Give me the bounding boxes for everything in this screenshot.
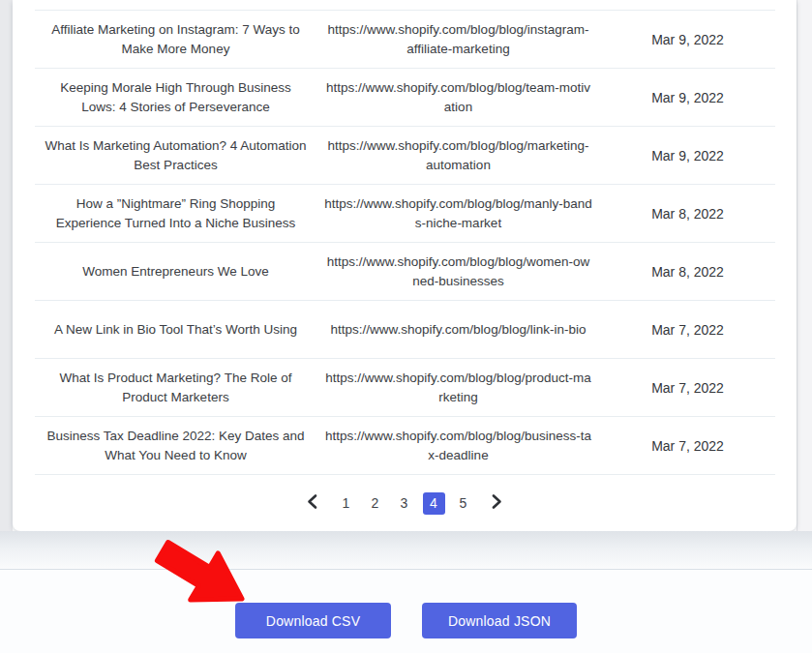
cell-date: Mar 7, 2022: [600, 320, 775, 340]
cell-url: https://www.shopify.com/blog/blog/link-i…: [316, 320, 600, 340]
download-csv-button[interactable]: Download CSV: [235, 603, 391, 638]
cell-url: https://www.shopify.com/blog/blog/market…: [316, 136, 600, 175]
cell-date: Mar 7, 2022: [600, 378, 775, 398]
cell-url: https://www.shopify.com/blog/blog/produc…: [316, 369, 600, 407]
card-shadow-fade: [0, 531, 812, 569]
cell-date: Mar 9, 2022: [600, 146, 775, 165]
cell-url: https://www.shopify.com/blog/blog/women-…: [316, 252, 600, 291]
cell-date: Mar 9, 2022: [600, 30, 775, 49]
pagination-prev-button[interactable]: [300, 490, 325, 516]
cell-url: https://www.shopify.com/blog/blog/team-m…: [316, 78, 600, 117]
cell-title: Affiliate Marketing on Instagram: 7 Ways…: [35, 20, 316, 59]
table-row: What Is Product Marketing? The Role of P…: [35, 358, 775, 416]
table-row: Keeping Morale High Through Business Low…: [35, 68, 775, 126]
table-row: A New Link in Bio Tool That’s Worth Usin…: [35, 300, 775, 358]
table-row: How a ”Nightmare” Ring Shopping Experien…: [35, 184, 775, 242]
scrollbar-track[interactable]: [797, 0, 812, 534]
table-row: Women Entrepreneurs We Love https://www.…: [35, 242, 775, 300]
pagination-page-5[interactable]: 5: [453, 492, 474, 515]
cell-url: https://www.shopify.com/blog/blog/busine…: [316, 427, 600, 465]
scraped-links-table: Affiliate Marketing on Instagram: 7 Ways…: [35, 10, 775, 475]
table-row: What Is Marketing Automation? 4 Automati…: [35, 126, 775, 184]
pagination-next-button[interactable]: [485, 490, 510, 516]
cell-title: Women Entrepreneurs We Love: [35, 262, 316, 282]
cell-title: What Is Product Marketing? The Role of P…: [35, 369, 316, 407]
cell-title: A New Link in Bio Tool That’s Worth Usin…: [35, 320, 316, 340]
table-row: Affiliate Marketing on Instagram: 7 Ways…: [35, 10, 775, 68]
pagination-page-2[interactable]: 2: [365, 492, 386, 515]
pagination: 1 2 3 4 5: [13, 475, 797, 531]
download-json-button[interactable]: Download JSON: [422, 603, 577, 638]
pagination-page-3[interactable]: 3: [394, 492, 415, 515]
table-row: Business Tax Deadline 2022: Key Dates an…: [35, 416, 775, 475]
cell-url: https://www.shopify.com/blog/blog/instag…: [316, 20, 600, 59]
cell-date: Mar 8, 2022: [600, 204, 775, 223]
chevron-right-icon: [491, 493, 503, 514]
cell-url: https://www.shopify.com/blog/blog/manly-…: [316, 194, 600, 233]
pagination-page-1[interactable]: 1: [336, 492, 357, 515]
cell-date: Mar 8, 2022: [600, 262, 775, 282]
footer: [0, 570, 812, 653]
results-card: Affiliate Marketing on Instagram: 7 Ways…: [13, 0, 797, 531]
pagination-page-4-active[interactable]: 4: [423, 492, 445, 515]
cell-date: Mar 9, 2022: [600, 88, 775, 107]
chevron-left-icon: [306, 493, 318, 514]
cell-title: Business Tax Deadline 2022: Key Dates an…: [35, 427, 316, 465]
cell-title: How a ”Nightmare” Ring Shopping Experien…: [35, 194, 316, 233]
page-left-margin: [0, 0, 13, 531]
cell-date: Mar 7, 2022: [600, 436, 775, 456]
cell-title: Keeping Morale High Through Business Low…: [35, 78, 316, 117]
cell-title: What Is Marketing Automation? 4 Automati…: [35, 136, 316, 175]
